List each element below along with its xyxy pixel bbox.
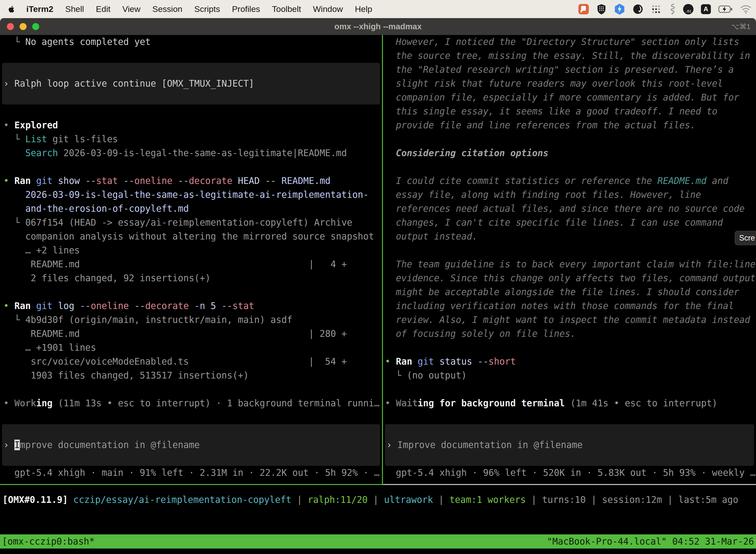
terminal-line: output instead. <box>385 230 756 243</box>
terminal-line: gpt-5.4 xhigh · 96% left · 520K in · 5.8… <box>385 466 756 480</box>
prompt-line: › Ralph loop active continue [OMX_TMUX_I… <box>3 77 254 91</box>
text-segment: | <box>662 494 678 505</box>
text-segment: review. Also, I might want to inspect th… <box>385 315 750 325</box>
right-terminal-pane[interactable]: However, I noticed the "Directory Struct… <box>383 35 756 484</box>
text-segment: README.md | 280 + <box>3 328 347 339</box>
text-segment: including verification notes with those … <box>385 300 734 311</box>
menu-item-session[interactable]: Session <box>152 4 182 14</box>
terminal-line: • Ran git log --oneline --decorate -n 5 … <box>3 299 382 313</box>
shield-grid-icon[interactable] <box>596 4 607 15</box>
terminal-line: • Waiting for background terminal (1m 41… <box>385 396 756 410</box>
blank-line <box>3 285 382 299</box>
menu-item-profiles[interactable]: Profiles <box>232 4 260 14</box>
terminal-line: └ No agents completed yet <box>3 35 382 49</box>
menu-item-shell[interactable]: Shell <box>65 4 84 14</box>
screen-notification-toast: Scre <box>735 231 756 245</box>
text-segment: └ (no output) <box>385 370 467 381</box>
text-segment: I <box>14 440 20 450</box>
text-segment: I could cite commit statistics or refere… <box>385 175 657 186</box>
text-segment: -n <box>194 300 205 311</box>
text-segment: 2 files changed, 92 insertions(+) <box>3 273 210 283</box>
text-segment: stat <box>233 300 254 311</box>
blank-line <box>385 341 756 355</box>
terminal-line: README.md | 280 + <box>3 327 382 341</box>
toast-label: Scre <box>739 233 755 242</box>
text-segment: 1903 files changed, 513517 insertions(+) <box>3 370 249 381</box>
dots-grid-icon[interactable] <box>651 4 661 14</box>
blank-line <box>385 243 756 258</box>
prompt-line: › Improve documentation in @filename <box>386 438 583 452</box>
text-segment: git ls-files <box>47 134 118 145</box>
text-segment: this single essay, it seems like a good … <box>385 106 717 117</box>
text-segment: src/voice/voiceModeEnabled.ts | 54 + <box>3 356 347 367</box>
text-segment: 2026-03-09-is-legal-the-same-as-legitima… <box>3 189 369 200</box>
text-segment: status <box>434 356 478 367</box>
prompt-input-box[interactable]: › Improve documentation in @filename <box>2 424 380 466</box>
text-segment: git <box>418 356 434 367</box>
terminal-line: 2026-03-09-is-legal-the-same-as-legitima… <box>3 188 382 202</box>
text-segment: › <box>3 78 14 89</box>
battery-percent-badge[interactable]: ..61 <box>683 4 693 14</box>
pie-circle-icon[interactable] <box>632 4 643 15</box>
menu-item-iterm2[interactable]: iTerm2 <box>26 4 53 14</box>
screenshot-app-icon[interactable] <box>578 4 589 14</box>
text-segment: Ralph loop active continue [OMX_TMUX_INJ… <box>14 78 254 89</box>
apple-menu-icon[interactable] <box>7 5 15 13</box>
text-segment: -- <box>80 300 91 311</box>
text-segment <box>172 175 178 186</box>
menu-item-edit[interactable]: Edit <box>96 4 111 14</box>
terminal-line: └ 4b9d30f (origin/main, instructkr/main,… <box>3 313 382 327</box>
terminal-line: gpt-5.4 xhigh · main · 91% left · 2.31M … <box>3 466 382 480</box>
text-segment: last:5m ago <box>678 494 738 505</box>
text-segment: might be acceptable alongside the file l… <box>385 287 739 297</box>
window-title: omx --xhigh --madmax <box>0 22 756 31</box>
text-segment: • <box>385 398 396 408</box>
menu-item-help[interactable]: Help <box>355 4 372 14</box>
tmux-status-bar: [omx-cczip0:bash* "MacBook-Pro-44.local"… <box>0 535 756 549</box>
left-terminal-pane[interactable]: └ No agents completed yet› Ralph loop ac… <box>0 35 382 484</box>
terminal-line: the source tree, missing the essay. Stil… <box>385 49 756 63</box>
menu-item-toolbelt[interactable]: Toolbelt <box>272 4 301 14</box>
text-segment: -- <box>134 300 145 311</box>
terminal-line: Considering citation options <box>385 146 756 160</box>
window-shortcut-badge: ⌥⌘1 <box>731 22 751 31</box>
menu-item-window[interactable]: Window <box>313 4 343 14</box>
prompt-input-box[interactable]: › Ralph loop active continue [OMX_TMUX_I… <box>2 63 380 105</box>
menu-item-scripts[interactable]: Scripts <box>194 4 220 14</box>
text-segment: Ran <box>396 356 418 367</box>
blank-line <box>3 410 382 424</box>
text-segment: of focusing solely on file lines. <box>385 328 576 339</box>
terminal-line: companion analysis without altering the … <box>3 230 382 243</box>
terminal-line: companion file, especially if more comme… <box>385 91 756 105</box>
wifi-icon[interactable] <box>740 5 752 14</box>
text-segment: slight risk that future readers may over… <box>385 78 723 89</box>
text-segment: oneline <box>134 175 172 186</box>
tmux-session-label: [omx-cczip0:bash* <box>2 535 95 549</box>
text-segment: 2026-03-09-is-legal-the-same-as-legitima… <box>58 148 347 158</box>
terminal-line: However, I noticed the "Directory Struct… <box>385 35 756 49</box>
terminal-line: └ (no output) <box>385 369 756 383</box>
terminal-line: The team guideline is to back every impo… <box>385 258 756 271</box>
text-segment: Search <box>25 148 58 158</box>
blank-line <box>3 49 382 63</box>
menu-item-view[interactable]: View <box>122 4 140 14</box>
battery-charging-icon[interactable] <box>718 5 733 13</box>
text-segment: and-the-erosion-of-copyleft.md <box>3 203 189 214</box>
text-segment: The team guideline is to back every impo… <box>385 259 756 270</box>
text-segment: └ 4b9d30f (origin/main, instructkr/main,… <box>3 315 293 325</box>
input-source-a-icon[interactable]: A <box>701 4 711 14</box>
text-segment: README.md <box>657 175 707 186</box>
terminal-line: • Explored <box>3 118 382 132</box>
terminal-line: might be acceptable alongside the file l… <box>385 285 756 299</box>
terminal-line: changes, I can't cite specific file line… <box>385 216 756 230</box>
text-segment: session:12m <box>602 494 662 505</box>
hexagon-bolt-icon[interactable] <box>614 4 625 15</box>
text-segment: references need actual files, and since … <box>385 203 745 214</box>
text-segment: -- <box>85 175 96 186</box>
text-segment: turns:10 <box>542 494 586 505</box>
prompt-input-box[interactable]: › Improve documentation in @filename <box>385 424 754 466</box>
text-segment: | <box>526 494 542 505</box>
text-segment <box>129 300 134 311</box>
squiggle-icon[interactable] <box>669 3 676 15</box>
text-segment: -- <box>265 175 276 186</box>
